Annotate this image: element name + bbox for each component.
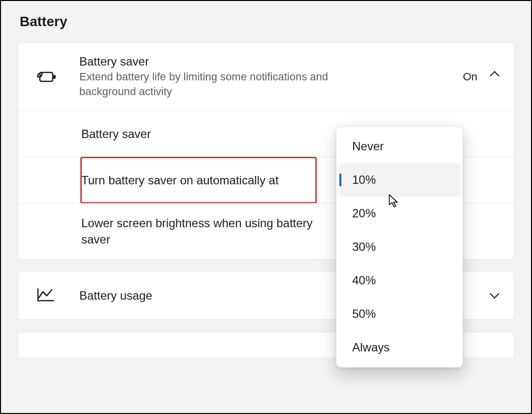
battery-saver-title: Battery saver (79, 55, 463, 69)
battery-saver-auto-label: Turn battery saver on automatically at (81, 172, 337, 188)
dropdown-option-40[interactable]: 40% (338, 264, 461, 297)
battery-saver-subtitle: Extend battery life by limiting some not… (79, 69, 355, 99)
chevron-up-icon (489, 71, 500, 82)
battery-saver-brightness-label: Lower screen brightness when using batte… (81, 215, 337, 247)
battery-saver-toggle-label: Battery saver (81, 126, 337, 142)
dropdown-option-50[interactable]: 50% (338, 297, 461, 331)
dropdown-option-20[interactable]: 20% (338, 197, 461, 230)
line-chart-icon (37, 288, 55, 304)
dropdown-option-10[interactable]: 10% (338, 163, 461, 197)
battery-saver-header[interactable]: Battery saver Extend battery life by lim… (18, 43, 514, 110)
svg-rect-1 (53, 75, 56, 79)
page-title: Battery (20, 14, 514, 30)
dropdown-option-always[interactable]: Always (338, 331, 461, 364)
battery-leaf-icon (35, 69, 57, 84)
dropdown-option-30[interactable]: 30% (338, 230, 461, 264)
dropdown-option-never[interactable]: Never (338, 130, 461, 163)
battery-saver-status: On (463, 70, 477, 83)
gear-icon (32, 339, 49, 353)
threshold-dropdown[interactable]: Never 10% 20% 30% 40% 50% Always (336, 126, 463, 368)
chevron-down-icon (489, 290, 500, 301)
